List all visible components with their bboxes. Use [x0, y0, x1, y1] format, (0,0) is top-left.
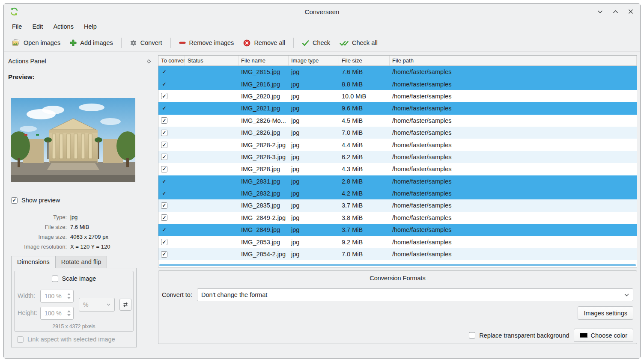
- table-row[interactable]: IMG_2849-2.jpgjpg3.8 MiB/home/faster/sam…: [158, 212, 637, 224]
- cell-to-convert: [158, 105, 185, 112]
- replace-background-checkbox[interactable]: [469, 332, 475, 338]
- table-row[interactable]: IMG_2828-3.jpgjpg6.2 MiB/home/faster/sam…: [158, 151, 637, 163]
- remove-images-icon: [179, 39, 186, 46]
- menu-item-actions[interactable]: Actions: [48, 21, 78, 32]
- check-all-button[interactable]: Check all: [335, 36, 382, 49]
- cell-to-convert: [158, 130, 185, 136]
- column-header-file-size[interactable]: File size: [339, 56, 390, 65]
- unit-combobox[interactable]: %: [79, 298, 115, 312]
- cell-image-type: jpg: [289, 142, 339, 148]
- table-row[interactable]: IMG_2826-Mo...jpg4.5 MiB/home/faster/sam…: [158, 115, 637, 127]
- cell-file-path: /home/faster/samples: [390, 81, 637, 88]
- reset-dimensions-button[interactable]: [119, 299, 131, 311]
- table-row[interactable]: IMG_2826.jpgjpg7.0 MiB/home/faster/sampl…: [158, 127, 637, 139]
- cell-file-path: /home/faster/samples: [390, 202, 637, 209]
- spinner-arrows-icon[interactable]: [67, 290, 71, 302]
- row-checkbox[interactable]: [161, 154, 167, 160]
- column-header-status[interactable]: Status: [185, 56, 239, 65]
- add-images-button[interactable]: Add images: [65, 36, 118, 49]
- swap-arrows-icon: [122, 302, 128, 307]
- row-checkbox[interactable]: [161, 239, 167, 245]
- window-title: Converseen: [4, 8, 640, 15]
- choose-color-button[interactable]: Choose color: [574, 329, 633, 342]
- menu-item-edit[interactable]: Edit: [27, 21, 48, 32]
- row-checkbox[interactable]: [161, 69, 167, 75]
- row-checkbox[interactable]: [161, 214, 167, 221]
- cell-file-name: IMG_2828-2.jpg: [239, 142, 289, 148]
- scale-image-checkbox[interactable]: [52, 276, 58, 282]
- table-row[interactable]: IMG_2835.jpgjpg3.7 MiB/home/faster/sampl…: [158, 199, 637, 211]
- row-checkbox[interactable]: [161, 251, 167, 258]
- minimize-button[interactable]: [596, 8, 603, 15]
- remove-all-button[interactable]: Remove all: [239, 36, 290, 50]
- table-row[interactable]: IMG_2828-2.jpgjpg4.4 MiB/home/faster/sam…: [158, 139, 637, 151]
- show-preview-checkbox[interactable]: [11, 197, 18, 204]
- cell-to-convert: [158, 166, 185, 172]
- row-checkbox[interactable]: [161, 117, 167, 124]
- table-body: IMG_2815.jpgjpg7.6 MiB/home/faster/sampl…: [158, 66, 637, 267]
- row-checkbox[interactable]: [161, 81, 167, 87]
- row-checkbox[interactable]: [161, 202, 167, 209]
- tab-rotate-and-flip[interactable]: Rotate and flip: [55, 256, 107, 268]
- divider: [162, 325, 633, 325]
- cell-to-convert: [158, 251, 185, 258]
- remove-images-label: Remove images: [189, 39, 234, 46]
- row-checkbox[interactable]: [161, 190, 167, 197]
- cell-image-type: jpg: [289, 202, 339, 209]
- remove-images-button[interactable]: Remove images: [174, 36, 239, 49]
- table-row[interactable]: IMG_2828.jpgjpg4.3 MiB/home/faster/sampl…: [158, 163, 637, 175]
- main-column: To convertStatusFile nameImage typeFile …: [158, 55, 637, 344]
- menu-item-file[interactable]: File: [7, 21, 27, 32]
- cell-file-name: IMG_2826-Mo...: [239, 117, 289, 124]
- link-aspect-checkbox[interactable]: [17, 336, 24, 343]
- replace-background-row[interactable]: Replace transparent background: [469, 332, 569, 339]
- row-checkbox[interactable]: [161, 105, 167, 112]
- table-row[interactable]: IMG_2821.jpgjpg9.6 MiB/home/faster/sampl…: [158, 102, 637, 114]
- format-combobox[interactable]: Don't change the format: [197, 288, 633, 301]
- row-checkbox[interactable]: [161, 142, 167, 148]
- row-checkbox[interactable]: [161, 166, 167, 172]
- show-preview-row[interactable]: Show preview: [11, 197, 60, 204]
- column-header-file-name[interactable]: File name: [239, 56, 289, 65]
- row-checkbox[interactable]: [161, 93, 167, 99]
- table-row[interactable]: IMG_2853.jpgjpg9.2 MiB/home/faster/sampl…: [158, 236, 637, 248]
- maximize-button[interactable]: [612, 8, 619, 15]
- column-header-to-convert[interactable]: To convert: [158, 56, 185, 65]
- cell-file-size: 9.2 MiB: [339, 239, 390, 246]
- link-aspect-row[interactable]: Link aspect with selected image: [17, 336, 115, 343]
- table-row[interactable]: IMG_2816.jpgjpg8.8 MiB/home/faster/sampl…: [158, 78, 637, 90]
- table-row[interactable]: IMG_2815.jpgjpg7.6 MiB/home/faster/sampl…: [158, 66, 637, 78]
- images-settings-button[interactable]: Images settings: [578, 306, 633, 320]
- table-row[interactable]: IMG_2832.jpgjpg4.2 MiB/home/faster/sampl…: [158, 187, 637, 199]
- cell-file-size: 7.6 MiB: [339, 68, 390, 75]
- tab-dimensions[interactable]: Dimensions: [11, 256, 56, 268]
- cell-image-type: jpg: [289, 226, 339, 233]
- row-checkbox[interactable]: [161, 130, 167, 136]
- table-row[interactable]: IMG_2854-2.jpgjpg7.0 MiB/home/faster/sam…: [158, 248, 637, 260]
- spinner-arrows-icon[interactable]: [67, 307, 71, 319]
- table-row[interactable]: IMG_2820.jpgjpg10.0 MiB/home/faster/samp…: [158, 90, 637, 102]
- row-checkbox[interactable]: [161, 178, 167, 184]
- titlebar[interactable]: Converseen: [4, 4, 640, 19]
- column-header-image-type[interactable]: Image type: [289, 56, 339, 65]
- close-button[interactable]: [627, 8, 634, 15]
- height-spinner[interactable]: 100 %: [40, 307, 74, 320]
- panel-float-icon[interactable]: [146, 59, 151, 64]
- cell-file-name: IMG_2835.jpg: [239, 202, 289, 209]
- horizontal-scrollbar[interactable]: [159, 264, 636, 266]
- open-images-button[interactable]: Open images: [7, 36, 65, 50]
- row-checkbox[interactable]: [161, 227, 167, 233]
- check-button[interactable]: Check: [297, 36, 335, 49]
- remove-all-icon: [243, 39, 250, 47]
- menu-item-help[interactable]: Help: [79, 21, 101, 32]
- cell-file-path: /home/faster/samples: [390, 214, 637, 221]
- cell-file-name: IMG_2815.jpg: [239, 68, 289, 75]
- table-row[interactable]: IMG_2831.jpgjpg2.8 MiB/home/faster/sampl…: [158, 175, 637, 187]
- width-spinner[interactable]: 100 %: [40, 290, 74, 303]
- convert-button[interactable]: Convert: [125, 36, 167, 50]
- column-header-file-path[interactable]: File path: [390, 56, 637, 65]
- cell-file-name: IMG_2853.jpg: [239, 239, 289, 246]
- table-row[interactable]: IMG_2849.jpgjpg3.7 MiB/home/faster/sampl…: [158, 224, 637, 236]
- panel-tabs: DimensionsRotate and flip: [11, 256, 107, 268]
- scale-image-row[interactable]: Scale image: [12, 275, 136, 282]
